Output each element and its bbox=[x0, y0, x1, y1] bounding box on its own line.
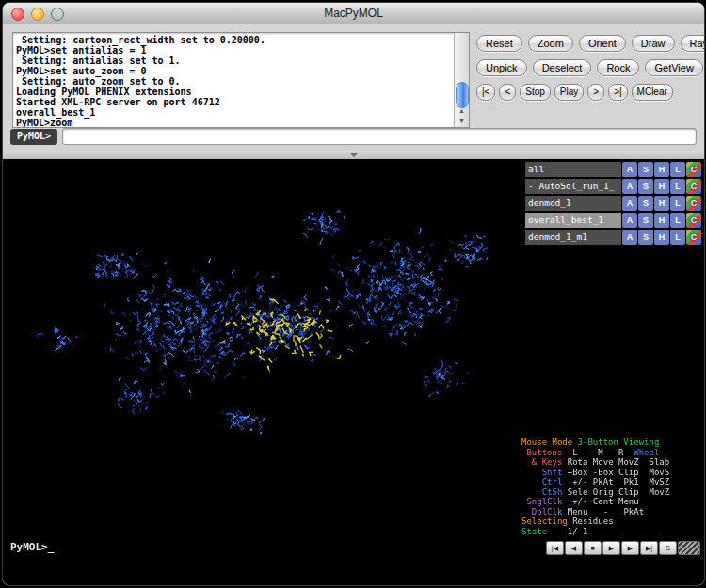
mclear-button[interactable]: MClear bbox=[632, 84, 673, 101]
label-menu-l[interactable]: L bbox=[670, 179, 685, 194]
play-button[interactable]: Play bbox=[554, 84, 584, 101]
scroll-down-icon[interactable]: ▼ bbox=[456, 116, 468, 126]
splitter[interactable] bbox=[3, 151, 704, 159]
action-menu-a[interactable]: A bbox=[622, 196, 637, 211]
prompt-row: PyMOL> bbox=[10, 128, 697, 145]
hide-menu-h[interactable]: H bbox=[654, 213, 669, 228]
mouse-help-segment: +/- bbox=[562, 497, 587, 506]
hide-menu-h[interactable]: H bbox=[654, 196, 669, 211]
mouse-help-segment: Mouse Mode bbox=[521, 437, 572, 447]
stop-button[interactable]: Stop bbox=[520, 84, 551, 101]
show-menu-s[interactable]: S bbox=[638, 179, 653, 194]
movie-stop-button[interactable]: ■ bbox=[584, 541, 602, 555]
viewport-command-prompt[interactable]: PyMOL>_ bbox=[10, 541, 54, 553]
hide-menu-h[interactable]: H bbox=[654, 162, 669, 177]
close-button[interactable] bbox=[11, 8, 24, 21]
console-line: Setting: cartoon_rect_width set to 0.200… bbox=[16, 35, 452, 45]
object-name[interactable]: denmod_1_m1 bbox=[525, 230, 621, 245]
scroll-up-icon[interactable]: ▲ bbox=[456, 105, 468, 116]
mouse-help-segment: Selecting bbox=[521, 516, 568, 526]
object-row: denmod_1_m1 A S H L C bbox=[525, 230, 701, 245]
mouse-help-segment: Ctrl bbox=[521, 477, 562, 486]
control-buttons: Reset Zoom Orient Draw Ray Unpick Desele… bbox=[476, 35, 696, 108]
mouse-help-segment: Wheel bbox=[623, 448, 659, 457]
mouse-help-segment: -Box bbox=[587, 468, 613, 477]
console-line: Setting: auto_zoom set to 0. bbox=[16, 76, 452, 87]
movie-last-button[interactable]: >| bbox=[608, 84, 627, 101]
unpick-button[interactable]: Unpick bbox=[476, 59, 527, 76]
label-menu-l[interactable]: L bbox=[670, 230, 685, 245]
mouse-help-segment: PkAt bbox=[608, 507, 644, 516]
color-menu-c[interactable]: C bbox=[686, 162, 701, 177]
movie-step-back-button[interactable]: ◀ bbox=[565, 541, 583, 555]
control-row-1: Reset Zoom Orient Draw Ray bbox=[476, 35, 696, 52]
object-row-selected: overall_best_1 A S H L C bbox=[525, 213, 701, 228]
zoom-button[interactable]: Zoom bbox=[528, 35, 573, 52]
mouse-help-segment: SnglClk bbox=[521, 497, 562, 506]
getview-button[interactable]: GetView bbox=[645, 59, 702, 76]
title-bar[interactable]: MacPyMOL bbox=[3, 3, 704, 24]
mouse-help-row: SnglClk +/- Cent Menu bbox=[521, 497, 700, 507]
mouse-help-segment: 3-Button Viewing bbox=[572, 437, 659, 447]
show-menu-s[interactable]: S bbox=[638, 196, 653, 211]
hide-menu-h[interactable]: H bbox=[654, 179, 669, 194]
show-menu-s[interactable]: S bbox=[638, 213, 653, 228]
mouse-help-row: Selecting Residues bbox=[521, 516, 700, 527]
movie-rewind-button[interactable]: |◀ bbox=[546, 541, 564, 555]
mouse-help-segment: Pk1 bbox=[614, 477, 639, 486]
orient-button[interactable]: Orient bbox=[579, 35, 626, 52]
movie-play-button[interactable]: ▶ bbox=[602, 541, 620, 555]
mouse-help-segment: Rota bbox=[562, 457, 587, 467]
color-menu-c[interactable]: C bbox=[686, 196, 701, 211]
ray-button[interactable]: Ray bbox=[681, 35, 705, 52]
show-menu-s[interactable]: S bbox=[638, 230, 653, 245]
movie-forward-button[interactable]: > bbox=[587, 84, 604, 101]
movie-step-forward-button[interactable]: ▶ bbox=[621, 541, 639, 555]
app-window: MacPyMOL Setting: cartoon_rect_width set… bbox=[2, 2, 705, 586]
mouse-help-segment: R bbox=[603, 448, 624, 457]
resize-grip[interactable] bbox=[678, 541, 700, 555]
object-name[interactable]: all bbox=[525, 162, 621, 177]
console-line: PyMOL>set antialias = 1 bbox=[16, 45, 452, 56]
movie-back-button[interactable]: < bbox=[499, 84, 516, 101]
color-menu-c[interactable]: C bbox=[686, 230, 701, 245]
show-menu-s[interactable]: S bbox=[638, 162, 653, 177]
deselect-button[interactable]: Deselect bbox=[533, 59, 592, 76]
action-menu-a[interactable]: A bbox=[622, 179, 637, 194]
color-menu-c[interactable]: C bbox=[686, 179, 701, 194]
action-menu-a[interactable]: A bbox=[622, 230, 637, 245]
action-menu-a[interactable]: A bbox=[622, 213, 637, 228]
label-menu-l[interactable]: L bbox=[670, 196, 685, 211]
object-panel: all A S H L C - AutoSol_run_1_ A S H L C… bbox=[525, 162, 701, 245]
mouse-help-segment: M bbox=[578, 448, 603, 457]
minimize-button[interactable] bbox=[31, 8, 44, 21]
object-name[interactable]: denmod_1 bbox=[525, 196, 621, 211]
reset-button[interactable]: Reset bbox=[476, 35, 522, 52]
console-line: PyMOL>zoom bbox=[16, 118, 452, 127]
object-name[interactable]: overall_best_1 bbox=[525, 213, 621, 228]
mouse-help-panel: Mouse Mode 3-Button Viewing Buttons L M … bbox=[521, 437, 700, 536]
upper-panel: Setting: cartoon_rect_width set to 0.200… bbox=[3, 24, 704, 151]
console-scrollbar[interactable]: ▲ ▼ bbox=[454, 33, 469, 127]
viewport-3d[interactable] bbox=[3, 159, 522, 586]
label-menu-l[interactable]: L bbox=[670, 213, 685, 228]
scrollbar-thumb[interactable] bbox=[456, 82, 469, 108]
action-menu-a[interactable]: A bbox=[622, 162, 637, 177]
rock-button[interactable]: Rock bbox=[597, 59, 639, 76]
object-row: denmod_1 A S H L C bbox=[525, 196, 701, 211]
zoom-button-window[interactable] bbox=[51, 8, 64, 21]
command-input[interactable] bbox=[62, 128, 697, 145]
object-name[interactable]: - AutoSol_run_1_ bbox=[525, 179, 621, 194]
mouse-help-segment: - bbox=[587, 507, 608, 516]
label-menu-l[interactable]: L bbox=[670, 162, 685, 177]
draw-button[interactable]: Draw bbox=[632, 35, 675, 52]
movie-fast-forward-button[interactable]: ▶| bbox=[640, 541, 658, 555]
movie-s-button[interactable]: S bbox=[659, 541, 677, 555]
mouse-help-segment: Shft bbox=[521, 468, 562, 477]
mouse-help-row: Mouse Mode 3-Button Viewing bbox=[521, 437, 700, 448]
mouse-help-segment: Clip bbox=[614, 487, 639, 497]
color-menu-c[interactable]: C bbox=[686, 213, 701, 228]
movie-first-button[interactable]: |< bbox=[476, 84, 495, 101]
hide-menu-h[interactable]: H bbox=[654, 230, 669, 245]
console-line: PyMOL>set auto_zoom = 0 bbox=[16, 66, 452, 76]
